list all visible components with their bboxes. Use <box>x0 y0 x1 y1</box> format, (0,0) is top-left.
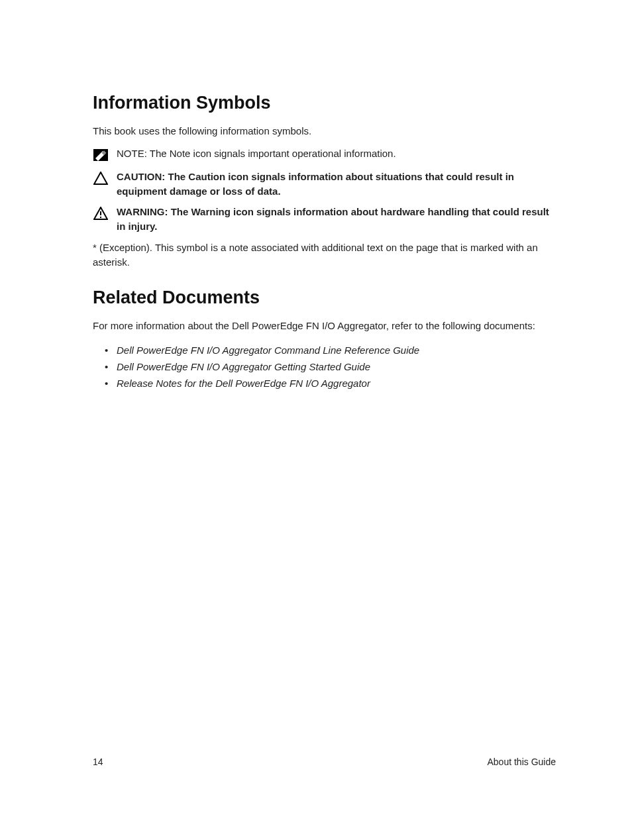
page-number: 14 <box>93 757 103 767</box>
warning-body: The Warning icon signals information abo… <box>117 206 549 232</box>
exception-text: * (Exception). This symbol is a note ass… <box>93 240 556 270</box>
svg-rect-2 <box>100 211 101 215</box>
list-item: Dell PowerEdge FN I/O Aggregator Command… <box>105 342 556 359</box>
caution-row: CAUTION: The Caution icon signals inform… <box>93 170 556 199</box>
footer-title: About this Guide <box>487 757 556 767</box>
note-icon <box>93 147 109 163</box>
intro-text: This book uses the following information… <box>93 124 556 138</box>
note-row: NOTE: The Note icon signals important op… <box>93 146 556 163</box>
warning-text: WARNING: The Warning icon signals inform… <box>117 205 556 234</box>
heading-information-symbols: Information Symbols <box>93 93 556 113</box>
related-docs-list: Dell PowerEdge FN I/O Aggregator Command… <box>93 342 556 392</box>
list-item: Dell PowerEdge FN I/O Aggregator Getting… <box>105 359 556 376</box>
note-text: NOTE: The Note icon signals important op… <box>117 146 556 161</box>
note-body: The Note icon signals important operatio… <box>150 148 396 159</box>
svg-rect-3 <box>100 217 101 218</box>
caution-label: CAUTION: <box>117 171 168 182</box>
caution-text: CAUTION: The Caution icon signals inform… <box>117 170 556 199</box>
warning-row: WARNING: The Warning icon signals inform… <box>93 205 556 234</box>
list-item: Release Notes for the Dell PowerEdge FN … <box>105 376 556 392</box>
caution-icon <box>93 170 109 186</box>
caution-body: The Caution icon signals information abo… <box>117 171 514 197</box>
note-label: NOTE: <box>117 148 150 159</box>
heading-related-documents: Related Documents <box>93 288 556 308</box>
warning-label: WARNING: <box>117 206 171 217</box>
page-footer: 14 About this Guide <box>93 757 556 767</box>
related-intro: For more information about the Dell Powe… <box>93 319 556 333</box>
warning-icon <box>93 205 109 221</box>
page-content: Information Symbols This book uses the f… <box>0 0 632 392</box>
